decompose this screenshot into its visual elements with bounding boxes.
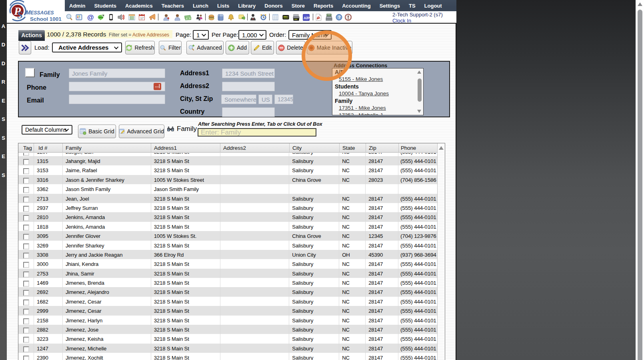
svg-text:?: ? [338,15,341,20]
svg-text:A/P: A/P [304,16,310,20]
svg-text:MESSAGES: MESSAGES [26,9,54,16]
svg-text:S: S [17,10,23,20]
svg-text:@: @ [87,14,94,21]
svg-text:School 1001: School 1001 [30,16,62,22]
svg-text:17: 17 [140,16,144,20]
